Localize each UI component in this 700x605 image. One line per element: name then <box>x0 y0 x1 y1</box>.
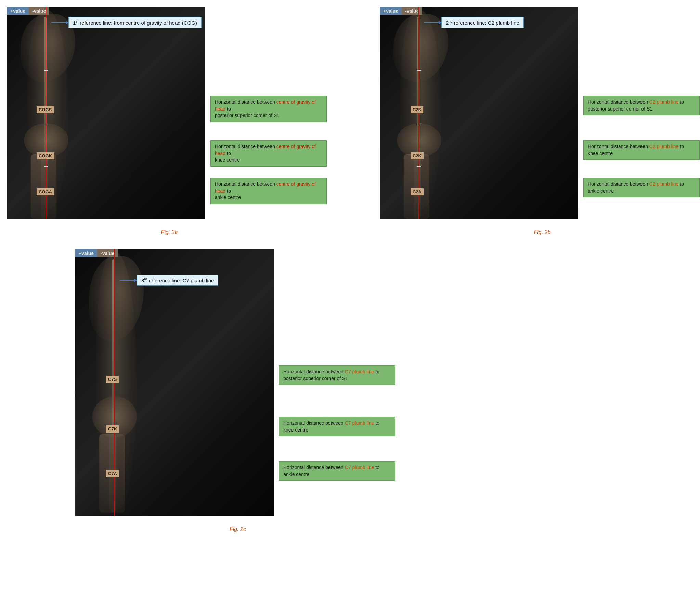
value-tabs-a: +value -value <box>7 7 49 15</box>
cogk-highlight: centre of gravity of head <box>215 144 316 156</box>
plus-tab-c: +value <box>75 249 97 257</box>
callout-box-a: 1st reference line: from centre of gravi… <box>68 17 202 28</box>
minus-tab-c: -value <box>97 249 118 257</box>
callout-arrow-a <box>51 22 68 23</box>
c7a-highlight: C7 plumb line <box>345 465 374 470</box>
value-tabs-b: +value -value <box>380 7 422 15</box>
coga-desc: Horizontal distance between centre of gr… <box>210 178 327 204</box>
ref-callout-c: 3rd reference line: C7 plumb line <box>120 275 218 286</box>
c2k-desc: Horizontal distance between C2 plumb lin… <box>583 140 700 160</box>
cogk-badge: COGK <box>37 152 54 159</box>
c2s-desc: Horizontal distance between C2 plumb lin… <box>583 96 700 115</box>
xray-panel-b: +value -value C2S C2K C2A <box>380 7 578 219</box>
superscript-a: st <box>76 20 78 23</box>
c7s-highlight: C7 plumb line <box>345 369 374 374</box>
c2a-highlight: C2 plumb line <box>649 181 679 187</box>
minus-tab-a: -value <box>29 7 49 15</box>
value-tabs-c: +value -value <box>75 249 118 257</box>
c7a-desc: Horizontal distance between C7 plumb lin… <box>279 461 395 481</box>
cogs-desc: Horizontal distance between centre of gr… <box>210 96 327 122</box>
c7s-badge: C7S <box>106 376 119 383</box>
page-container: +value -value COGS COGK COGA <box>0 0 700 539</box>
xray-panel-c: +value -value C7S C7K C7A <box>75 249 274 516</box>
c7k-badge: C7K <box>106 425 119 433</box>
c7s-desc: Horizontal distance between C7 plumb lin… <box>279 365 395 385</box>
ref-callout-b: 2nd reference line: C2 plumb line <box>424 17 524 28</box>
plus-tab-b: +value <box>380 7 402 15</box>
figure-2b: +value -value C2S C2K C2A <box>380 7 700 235</box>
coga-highlight: centre of gravity of head <box>215 181 316 194</box>
coga-badge: COGA <box>37 188 54 195</box>
figure-2c: +value -value C7S C7K C7A <box>75 249 400 523</box>
c2s-badge: C2S <box>411 106 423 113</box>
c7k-desc: Horizontal distance between C7 plumb lin… <box>279 417 395 436</box>
c2k-badge: C2K <box>411 152 424 159</box>
caption-2a: Fig. 2a <box>161 229 178 235</box>
c2a-desc: Horizontal distance between C2 plumb lin… <box>583 178 700 197</box>
plus-tab-a: +value <box>7 7 29 15</box>
c2s-highlight: C2 plumb line <box>649 99 679 105</box>
c7k-highlight: C7 plumb line <box>345 420 374 426</box>
top-row: +value -value COGS COGK COGA <box>7 7 693 235</box>
c2k-highlight: C2 plumb line <box>649 144 679 149</box>
cogk-desc: Horizontal distance between centre of gr… <box>210 140 327 167</box>
superscript-b: nd <box>449 20 452 23</box>
ref-callout-a: 1st reference line: from centre of gravi… <box>51 17 202 28</box>
callout-arrow-c <box>120 280 137 281</box>
callout-arrow-b <box>424 22 441 23</box>
caption-2b: Fig. 2b <box>534 229 551 235</box>
c7a-badge: C7A <box>106 470 119 477</box>
figure-2c-wrapper: +value -value C7S C7K C7A <box>75 249 400 532</box>
caption-2c: Fig. 2c <box>230 526 246 532</box>
c2a-badge: C2A <box>411 188 424 195</box>
callout-box-b: 2nd reference line: C2 plumb line <box>441 17 524 28</box>
cogs-highlight: centre of gravity of head <box>215 99 316 112</box>
callout-box-c: 3rd reference line: C7 plumb line <box>137 275 218 286</box>
figure-2a: +value -value COGS COGK COGA <box>7 7 332 235</box>
minus-tab-b: -value <box>402 7 422 15</box>
superscript-c: rd <box>144 277 147 281</box>
xray-panel-a: +value -value COGS COGK COGA <box>7 7 205 219</box>
cogs-badge: COGS <box>37 106 54 113</box>
